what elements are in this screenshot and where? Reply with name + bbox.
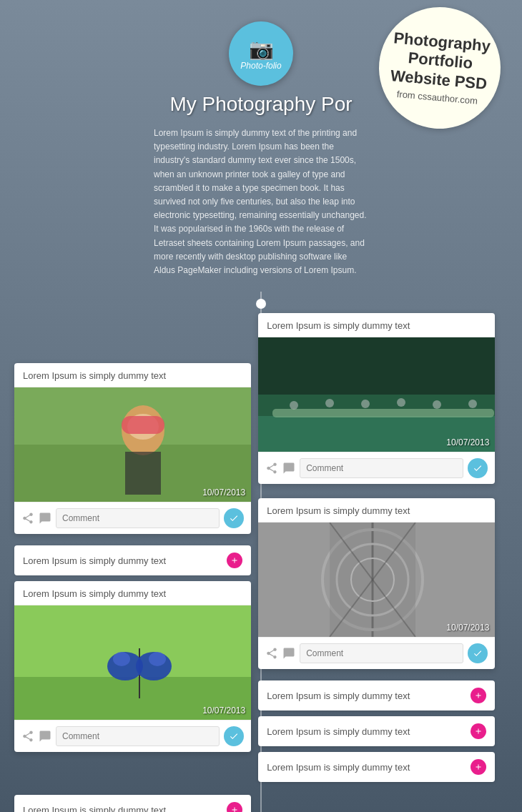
small-item-left-1[interactable]: Lorem Ipsum is simply dummy text	[14, 545, 251, 575]
card-title-left-2: Lorem Ipsum is simply dummy text	[14, 581, 251, 605]
photo-card-left-2: Lorem Ipsum is simply dummy text	[14, 581, 251, 752]
share-icon-left-2	[21, 730, 34, 743]
svg-rect-16	[272, 409, 494, 417]
card-date-right-1: 10/07/2013	[446, 437, 489, 447]
chat-icon-right-2	[282, 647, 295, 660]
card-title-right-2: Lorem Ipsum is simply dummy text	[258, 498, 495, 523]
card-date-left-1: 10/07/2013	[202, 487, 245, 497]
add-btn-right-2[interactable]	[471, 723, 486, 739]
small-item-text-right-2: Lorem Ipsum is simply dummy text	[267, 726, 410, 737]
page-header: 📷 Photo-folio Photography Portfolio Webs…	[0, 0, 522, 292]
add-btn-right-3[interactable]	[471, 759, 486, 775]
svg-point-12	[149, 652, 166, 666]
add-btn-left-2[interactable]	[227, 802, 242, 812]
submit-btn-right-2[interactable]	[468, 643, 488, 663]
photo-image-stairs	[258, 523, 495, 637]
badge-title-1: Photography Portfolio Website PSD	[390, 29, 491, 94]
photo-card-right-2: Lorem Ipsum is simply dummy text	[258, 498, 495, 669]
card-date-right-2: 10/07/2013	[446, 623, 489, 633]
card-title-left-1: Lorem Ipsum is simply dummy text	[14, 363, 251, 387]
card-image-wrap-left-2: 10/07/2013	[14, 605, 251, 720]
svg-point-20	[397, 398, 405, 407]
share-icon-right-2	[265, 647, 278, 660]
intro-paragraph: Lorem Ipsum is simply dummy text of the …	[111, 127, 411, 277]
add-btn-right-1[interactable]	[471, 688, 486, 703]
comment-area-right-2	[258, 637, 495, 669]
small-item-text-right-3: Lorem Ipsum is simply dummy text	[267, 762, 410, 773]
photo-image-butterfly	[14, 605, 251, 720]
small-item-text-left-2: Lorem Ipsum is simply dummy text	[23, 805, 166, 812]
timeline-left-col: Lorem Ipsum is simply dummy text	[14, 306, 251, 812]
chat-icon-left-2	[39, 730, 51, 743]
camera-icon: 📷	[249, 37, 274, 61]
card-image-wrap-left-1: 10/07/2013	[14, 387, 251, 502]
share-icon-right-1	[265, 462, 278, 475]
svg-point-17	[290, 401, 298, 410]
svg-rect-3	[125, 452, 161, 495]
chat-icon-right-1	[282, 462, 295, 475]
add-btn-left-1[interactable]	[227, 553, 242, 568]
photo-image-rowing	[258, 337, 495, 452]
logo[interactable]: 📷 Photo-folio	[229, 21, 293, 86]
timeline-section: Lorem Ipsum is simply dummy text	[0, 292, 522, 812]
small-item-right-3[interactable]: Lorem Ipsum is simply dummy text	[258, 752, 495, 782]
photo-card-left-1: Lorem Ipsum is simply dummy text	[14, 363, 251, 534]
card-date-left-2: 10/07/2013	[202, 705, 245, 716]
svg-point-11	[113, 652, 130, 666]
card-image-wrap-right-2: 10/07/2013	[258, 523, 495, 637]
photo-image-child	[14, 387, 251, 502]
svg-point-22	[468, 400, 477, 408]
small-item-right-2[interactable]: Lorem Ipsum is simply dummy text	[258, 716, 495, 746]
card-title-right-1: Lorem Ipsum is simply dummy text	[258, 313, 495, 337]
small-item-right-1[interactable]: Lorem Ipsum is simply dummy text	[258, 680, 495, 710]
svg-point-21	[433, 400, 441, 409]
svg-point-18	[325, 399, 334, 407]
card-image-wrap-right-1: 10/07/2013	[258, 337, 495, 452]
submit-btn-left-2[interactable]	[224, 726, 244, 746]
timeline-right-col: Lorem Ipsum is simply dummy text	[258, 306, 495, 812]
comment-area-right-1	[258, 452, 495, 484]
small-item-text-left-1: Lorem Ipsum is simply dummy text	[23, 555, 166, 566]
submit-btn-right-1[interactable]	[468, 458, 488, 478]
svg-point-19	[361, 400, 370, 408]
small-item-left-2[interactable]: Lorem Ipsum is simply dummy text	[14, 795, 251, 812]
comment-input-right-2[interactable]	[300, 643, 463, 663]
comment-area-left-2	[14, 720, 251, 752]
svg-rect-5	[122, 416, 164, 434]
comment-input-left-2[interactable]	[56, 726, 220, 746]
photo-card-right-1: Lorem Ipsum is simply dummy text	[258, 313, 495, 484]
logo-text: Photo-folio	[240, 61, 281, 71]
small-item-text-right-1: Lorem Ipsum is simply dummy text	[267, 690, 410, 701]
comment-input-right-1[interactable]	[300, 458, 463, 478]
